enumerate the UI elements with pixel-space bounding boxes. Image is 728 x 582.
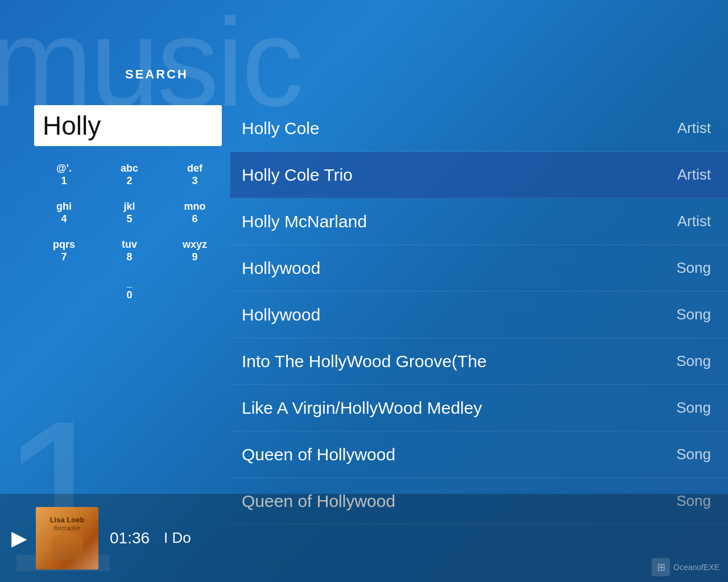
- watermark: ⊞ OceanofEXE: [652, 558, 719, 576]
- result-type: Artist: [677, 213, 711, 230]
- keyboard-key-misc[interactable]: [36, 273, 93, 306]
- result-item-4[interactable]: Hollywood Song: [230, 292, 728, 338]
- result-type: Artist: [677, 166, 711, 184]
- key-letters: _: [104, 277, 155, 290]
- key-number: 6: [169, 213, 221, 226]
- keyboard-key-7[interactable]: pqrs7: [36, 234, 93, 268]
- result-item-5[interactable]: Into The HollyWood Groove(The Song: [230, 338, 728, 385]
- album-artist: Lisa Loeb: [50, 516, 85, 524]
- keyboard-key-3[interactable]: def3: [167, 158, 224, 192]
- result-name: Hollywood: [242, 259, 320, 278]
- keyboard-key-4[interactable]: ghi4: [36, 196, 93, 230]
- track-time: 01:36: [110, 529, 150, 547]
- keyboard-key-5[interactable]: jkl5: [101, 196, 158, 230]
- result-name: Queen of Hollywood: [242, 445, 395, 464]
- result-name: Holly Cole: [242, 119, 320, 138]
- key-letters: @'.: [39, 163, 90, 175]
- key-number: 2: [104, 175, 155, 188]
- results-panel: Holly Cole Artist Holly Cole Trio Artist…: [230, 105, 728, 491]
- keyboard-key-1[interactable]: @'.1: [36, 158, 93, 192]
- key-number: 8: [104, 251, 155, 264]
- key-letters: jkl: [104, 201, 155, 213]
- play-button[interactable]: ▶: [11, 526, 27, 550]
- result-type: Song: [676, 352, 711, 370]
- keyboard-key-misc[interactable]: [167, 273, 224, 306]
- album-art[interactable]: Lisa Loeb firecracker: [36, 507, 98, 569]
- key-letters: pqrs: [39, 239, 90, 251]
- result-type: Artist: [677, 119, 711, 137]
- key-number: 3: [169, 175, 221, 188]
- result-name: Like A Virgin/HollyWood Medley: [242, 398, 482, 418]
- album-silhouette: [52, 534, 83, 560]
- result-item-7[interactable]: Queen of Hollywood Song: [230, 431, 728, 478]
- result-item-0[interactable]: Holly Cole Artist: [230, 105, 728, 152]
- key-letters: ghi: [39, 201, 90, 213]
- key-number: 7: [39, 251, 90, 264]
- keyboard-key-8[interactable]: tuv8: [101, 234, 158, 268]
- keyboard-key-9[interactable]: wxyz9: [167, 234, 224, 268]
- result-type: Song: [676, 306, 711, 323]
- key-number: 1: [39, 175, 90, 188]
- result-type: Song: [676, 399, 711, 417]
- key-number: 5: [104, 213, 155, 226]
- result-name: Holly Cole Trio: [242, 165, 353, 185]
- key-letters: wxyz: [169, 239, 221, 251]
- album-subtitle: firecracker: [54, 525, 81, 531]
- search-input-text[interactable]: Holly: [43, 105, 219, 146]
- result-item-6[interactable]: Like A Virgin/HollyWood Medley Song: [230, 385, 728, 431]
- key-number: 9: [169, 251, 221, 264]
- keyboard-key-6[interactable]: mno6: [167, 196, 224, 230]
- watermark-text: OceanofEXE: [673, 563, 719, 572]
- key-letters: abc: [104, 163, 155, 175]
- watermark-icon: ⊞: [652, 558, 670, 576]
- key-number: 0: [104, 289, 155, 302]
- result-type: Song: [676, 259, 711, 277]
- result-item-1[interactable]: Holly Cole Trio Artist: [230, 152, 728, 198]
- result-name: Hollywood: [242, 305, 320, 325]
- result-item-3[interactable]: Hollywood Song: [230, 245, 728, 292]
- keyboard-key-0[interactable]: _0: [101, 273, 158, 306]
- result-name: Holly McNarland: [242, 212, 367, 231]
- key-number: 4: [39, 213, 90, 226]
- keyboard-key-2[interactable]: abc2: [101, 158, 158, 192]
- key-letters: mno: [169, 201, 221, 213]
- track-title-playing: I Do: [164, 529, 191, 547]
- keyboard-grid: @'.1abc2def3ghi4jkl5mno6pqrs7tuv8wxyz9_0: [31, 158, 228, 311]
- result-name: Into The HollyWood Groove(The: [242, 352, 487, 371]
- key-letters: tuv: [104, 239, 155, 251]
- search-label: SEARCH: [125, 67, 188, 82]
- now-playing-bar: ▶ Lisa Loeb firecracker 01:36 I Do: [0, 494, 728, 582]
- result-item-2[interactable]: Holly McNarland Artist: [230, 198, 728, 245]
- result-type: Song: [676, 446, 711, 463]
- key-letters: def: [169, 163, 221, 175]
